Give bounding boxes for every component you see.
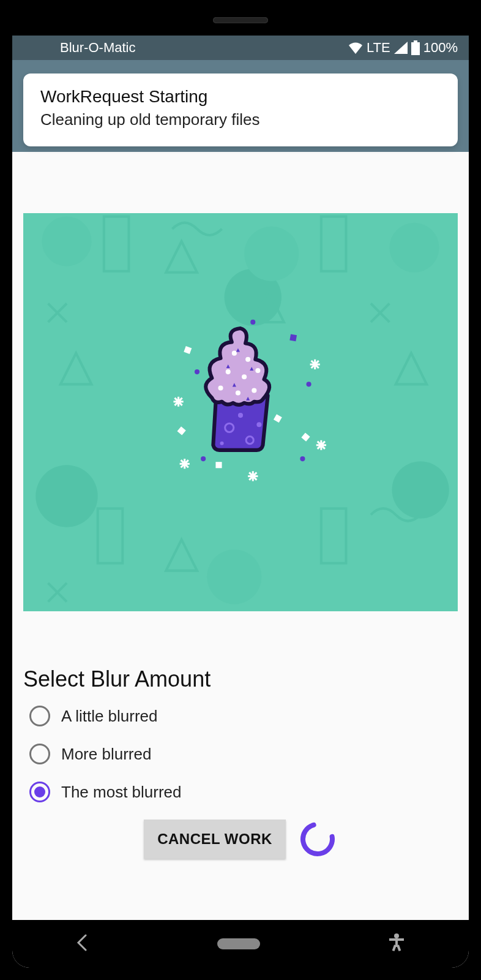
radio-the-most-blurred[interactable]: The most blurred	[29, 773, 452, 811]
svg-point-29	[250, 320, 255, 325]
svg-point-28	[300, 456, 305, 461]
svg-point-5	[392, 461, 449, 518]
radio-label: The most blurred	[61, 783, 182, 802]
svg-point-39	[255, 368, 260, 373]
status-right: LTE 100%	[348, 40, 458, 56]
svg-point-42	[252, 388, 256, 393]
svg-rect-48	[397, 944, 401, 951]
speaker-grille	[213, 17, 268, 23]
radio-more-blurred[interactable]: More blurred	[29, 735, 452, 773]
svg-point-32	[238, 413, 243, 418]
radio-group: A little blurred More blurred The most b…	[29, 697, 452, 811]
svg-point-34	[220, 442, 224, 445]
svg-point-7	[42, 217, 91, 266]
svg-point-25	[195, 369, 199, 374]
wifi-icon	[348, 42, 363, 54]
screen: Blur-O-Matic LTE 100%	[12, 36, 469, 968]
svg-rect-0	[411, 42, 420, 55]
battery-icon	[411, 40, 420, 55]
svg-point-9	[207, 549, 261, 604]
svg-point-6	[244, 227, 299, 281]
svg-point-38	[242, 374, 247, 379]
notification-card[interactable]: WorkRequest Starting Cleaning up old tem…	[23, 74, 458, 146]
action-row: CANCEL WORK	[12, 820, 469, 859]
bezel-top	[0, 0, 481, 36]
radio-icon	[29, 706, 50, 726]
svg-rect-1	[414, 40, 417, 42]
svg-point-43	[300, 822, 335, 856]
svg-point-3	[35, 465, 97, 527]
svg-rect-20	[289, 334, 297, 341]
back-icon[interactable]	[76, 934, 89, 954]
svg-point-35	[232, 351, 237, 356]
svg-point-27	[201, 456, 206, 461]
svg-point-36	[245, 357, 250, 362]
battery-label: 100%	[423, 40, 458, 56]
notification-title: WorkRequest Starting	[40, 87, 441, 107]
signal-icon	[394, 42, 408, 54]
section-title: Select Blur Amount	[23, 666, 211, 692]
device-frame: Blur-O-Matic LTE 100%	[0, 0, 481, 980]
svg-rect-23	[215, 462, 222, 468]
status-bar: Blur-O-Matic LTE 100%	[12, 36, 469, 60]
system-nav-bar	[12, 920, 469, 968]
accessibility-icon[interactable]	[388, 933, 405, 955]
home-pill-icon[interactable]	[217, 938, 260, 949]
svg-point-33	[256, 422, 261, 427]
radio-icon	[29, 744, 50, 764]
radio-a-little-blurred[interactable]: A little blurred	[29, 697, 452, 735]
svg-point-41	[236, 391, 240, 396]
svg-rect-47	[392, 944, 396, 951]
svg-point-44	[394, 933, 399, 938]
progress-spinner-icon	[298, 820, 337, 859]
radio-label: A little blurred	[61, 707, 158, 726]
svg-rect-46	[389, 938, 404, 941]
app-title: Blur-O-Matic	[23, 40, 135, 56]
content-area: Select Blur Amount A little blurred More…	[12, 152, 469, 920]
svg-point-40	[218, 385, 223, 390]
preview-image	[23, 213, 458, 611]
radio-icon-selected	[29, 782, 50, 802]
cancel-work-button[interactable]: CANCEL WORK	[144, 820, 286, 859]
notification-subtitle: Cleaning up old temporary files	[40, 110, 441, 129]
svg-point-37	[226, 369, 231, 374]
radio-label: More blurred	[61, 745, 151, 764]
network-label: LTE	[367, 40, 390, 56]
svg-point-26	[307, 382, 311, 386]
svg-point-8	[389, 223, 439, 273]
